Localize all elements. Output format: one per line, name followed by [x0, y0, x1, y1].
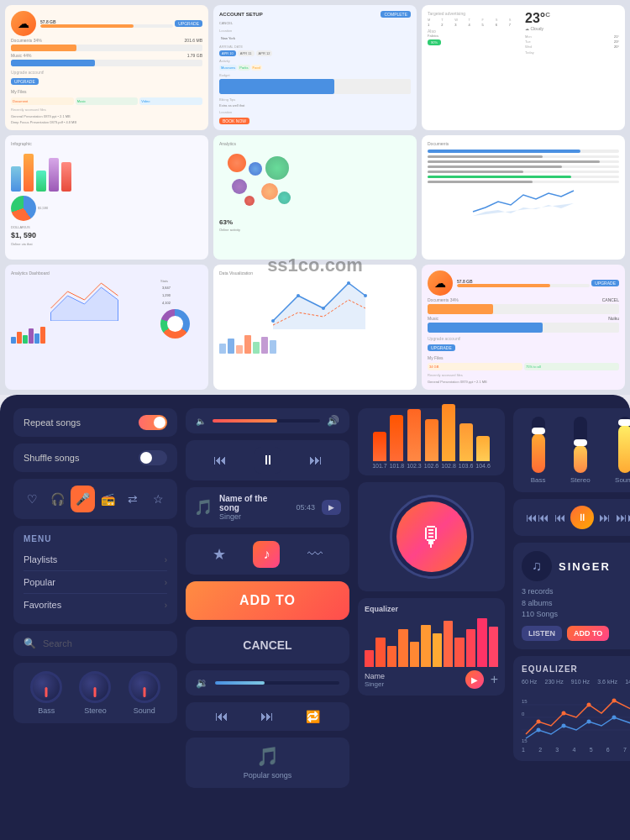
vol-high-icon: 🔊	[327, 415, 339, 427]
eq-bottom-bars	[365, 617, 498, 667]
freq-3: 102.3	[407, 463, 422, 469]
bar-6	[459, 423, 473, 461]
bass-fill	[532, 433, 545, 473]
cancel-button[interactable]: CANCEL	[186, 627, 349, 664]
singer-add-to-button[interactable]: ADD TO	[567, 626, 609, 641]
equalizer-section: EQUALIZER 60 Hz 230 Hz 910 Hz 3.6 kHz 14…	[513, 656, 630, 761]
freq-910: 910 Hz	[571, 679, 590, 685]
next-btn[interactable]: ⏭	[309, 453, 323, 468]
tt-next[interactable]: ⏭	[599, 511, 611, 524]
search-input[interactable]: Search	[43, 638, 72, 648]
singer-music-icon: ♫	[522, 551, 552, 581]
ff-btn[interactable]: ⏭	[260, 709, 274, 724]
shuffle-row: Shuffle songs	[13, 444, 177, 472]
eqb-2	[375, 638, 385, 667]
tt-next-next[interactable]: ⏭⏭	[616, 511, 630, 524]
svg-point-14	[537, 727, 541, 732]
headphones-icon[interactable]: 🎧	[45, 486, 71, 512]
mic-ring[interactable]: 🎙	[396, 501, 467, 572]
eqb-7	[433, 633, 442, 667]
eqb-11	[477, 618, 486, 667]
stereo-label: Stereo	[84, 706, 107, 715]
star-fav-icon[interactable]: ★	[213, 545, 226, 564]
sound-slider-label: Sound	[615, 476, 630, 484]
eq-bar-5: 102.8	[441, 404, 456, 469]
popular-arrow: ›	[165, 578, 167, 587]
wave-icon[interactable]: 〰	[307, 546, 323, 564]
bass-slider-knob[interactable]	[532, 428, 545, 434]
np-action-btn[interactable]: ▶	[322, 500, 341, 515]
singer-section: ♫ SINGER 3 records 8 albums 110 Songs LI…	[513, 543, 630, 649]
tt-prev[interactable]: ⏮	[554, 511, 566, 524]
mic-icon[interactable]: 🎤	[71, 486, 96, 512]
np-note-icon: 🎵	[194, 498, 213, 517]
eq-x-5: 5	[590, 747, 593, 753]
volume-row: 🔈 🔊	[186, 408, 349, 433]
freq-7: 104.6	[475, 463, 491, 469]
eq-play-button[interactable]: ▶	[465, 670, 484, 689]
sliders-section: Bass Stereo Sound	[513, 408, 630, 492]
svg-point-2	[271, 319, 275, 323]
tt-prev-prev[interactable]: ⏮⏮	[526, 511, 549, 524]
repeat-btn[interactable]: 🔁	[306, 710, 320, 723]
volume-bar2[interactable]	[215, 681, 339, 685]
menu-item-popular[interactable]: Popular ›	[24, 571, 167, 594]
sound-slider-knob[interactable]	[618, 419, 630, 426]
svg-point-12	[587, 702, 591, 706]
eq-bar-2: 101.8	[390, 415, 405, 469]
listen-button[interactable]: LISTEN	[522, 626, 562, 641]
heart-icon[interactable]: ♡	[20, 486, 45, 512]
volume-bar[interactable]	[213, 419, 320, 423]
stereo-slider-knob[interactable]	[574, 439, 587, 446]
sound-knob[interactable]	[129, 671, 160, 703]
sound-fill	[618, 425, 630, 473]
eq-bottom-title: Equalizer	[365, 605, 498, 613]
mic-outer: 🎙	[390, 495, 474, 579]
star-icon[interactable]: ☆	[145, 486, 171, 512]
music-player: Repeat songs Shuffle songs ♡ 🎧 🎤 📻 ⇄ ☆ M…	[0, 395, 630, 840]
volume-fill2	[215, 681, 265, 685]
icon-row: ♡ 🎧 🎤 📻 ⇄ ☆	[13, 479, 177, 519]
ui-card-7: Analytics Dashboard	[5, 265, 208, 390]
menu-item-favorites[interactable]: Favorites ›	[24, 594, 167, 616]
eq-freqs: 60 Hz 230 Hz 910 Hz 3.6 kHz 14 kHz	[522, 679, 630, 685]
popular-songs-button[interactable]: 🎵 Popular songs	[186, 738, 349, 788]
singer-top: ♫ SINGER	[522, 551, 630, 581]
np-title: Name of the song	[219, 494, 289, 512]
bass-knob-wrap: Bass	[30, 671, 62, 715]
freq-14k: 14 kHz	[625, 679, 630, 685]
svg-point-4	[322, 307, 325, 310]
star-row: ★ ♪ 〰	[186, 534, 349, 575]
skip-back-btn[interactable]: ⏮	[215, 709, 228, 724]
repeat-label: Repeat songs	[24, 417, 81, 428]
add-to-button[interactable]: ADD TO	[186, 581, 349, 620]
menu-item-playlists[interactable]: Playlists ›	[24, 549, 167, 571]
volume-fill	[213, 419, 277, 423]
eq-x-3: 3	[555, 747, 559, 753]
popular-label: Popular	[24, 577, 55, 587]
svg-point-11	[562, 711, 566, 715]
shuffle-toggle[interactable]	[139, 450, 167, 465]
tt-pause[interactable]: ⏸	[570, 506, 594, 529]
controls-column: Repeat songs Shuffle songs ♡ 🎧 🎤 📻 ⇄ ☆ M…	[13, 408, 177, 827]
freq-60: 60 Hz	[522, 679, 537, 685]
freq-1: 101.7	[372, 463, 387, 469]
repeat-toggle[interactable]	[139, 415, 167, 430]
note-icon[interactable]: ♪	[253, 541, 280, 568]
eq-bar-1: 101.7	[372, 432, 387, 469]
radio-icon[interactable]: 📻	[95, 486, 120, 512]
pause-btn[interactable]: ⏸	[255, 447, 281, 474]
stereo-knob[interactable]	[79, 671, 111, 703]
freq-4: 102.6	[424, 463, 439, 469]
shuffle-icon[interactable]: ⇄	[120, 486, 145, 512]
bass-slider-track	[532, 417, 545, 473]
ui-card-9: ☁ 57.8 GB UPGRADE Documents 34% CANCEL M…	[422, 265, 625, 390]
eq-plus-icon[interactable]: +	[491, 672, 498, 687]
svg-text:15: 15	[522, 738, 528, 743]
eq-song-singer: Singer	[365, 680, 459, 688]
svg-marker-0	[51, 287, 118, 321]
bass-label: Bass	[38, 706, 55, 715]
prev-btn[interactable]: ⏮	[213, 453, 227, 468]
bass-knob[interactable]	[30, 671, 62, 703]
sound-slider-wrap: Sound	[615, 417, 630, 484]
